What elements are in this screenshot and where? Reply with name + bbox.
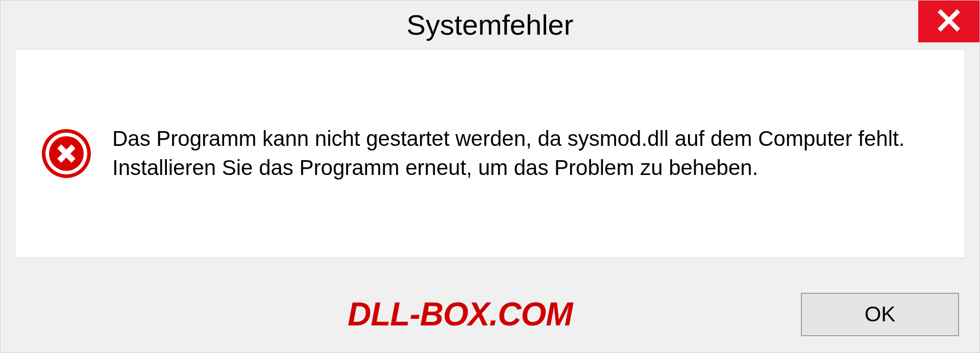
message-panel: Das Programm kann nicht gestartet werden… <box>15 49 965 258</box>
error-dialog: Systemfehler Das Programm kann nicht ges… <box>0 0 980 353</box>
close-button[interactable] <box>918 1 979 42</box>
dialog-title: Systemfehler <box>407 8 574 41</box>
dialog-footer: DLL-BOX.COM OK <box>1 276 979 352</box>
error-icon <box>41 128 92 179</box>
error-message: Das Programm kann nicht gestartet werden… <box>112 124 939 182</box>
close-icon <box>937 8 961 35</box>
ok-button-label: OK <box>865 302 896 326</box>
titlebar: Systemfehler <box>1 1 979 49</box>
watermark-text: DLL-BOX.COM <box>348 295 573 333</box>
ok-button[interactable]: OK <box>801 293 959 336</box>
